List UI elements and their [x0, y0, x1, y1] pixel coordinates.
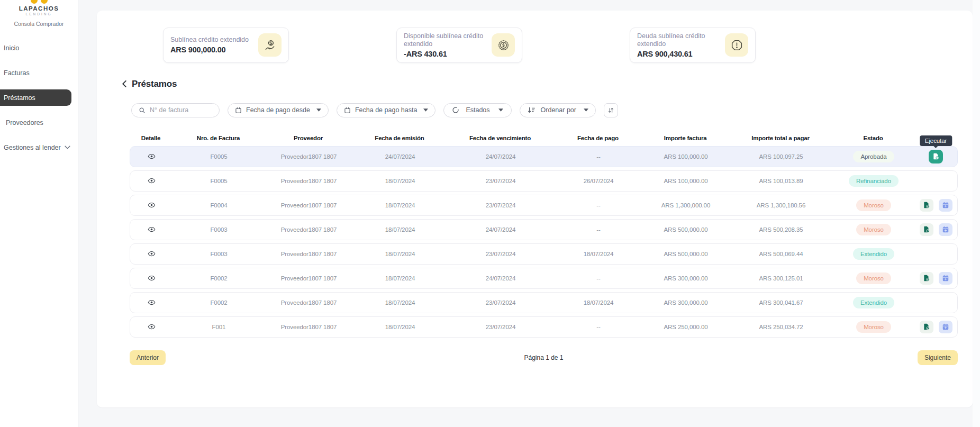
- total-amount-cell: ARS 500,208.35: [728, 226, 834, 233]
- eye-icon: [148, 274, 156, 282]
- invoice-number-cell: F0003: [173, 226, 265, 233]
- invoice-number-cell: F001: [173, 324, 265, 330]
- invoice-search-pill: [131, 103, 220, 117]
- eye-icon: [148, 298, 156, 306]
- card-disponible-sublinea: Disponible sublínea crédito extendido -A…: [396, 28, 522, 63]
- chevron-left-icon[interactable]: [122, 80, 127, 88]
- issue-date-cell: 18/07/2024: [352, 178, 448, 184]
- pagination-bar: Anterior Página 1 de 1 Siguiente: [130, 350, 958, 365]
- column-header: Fecha de emisión: [352, 135, 447, 141]
- sidebar-item-inicio[interactable]: Inicio: [0, 40, 78, 56]
- search-input[interactable]: [150, 106, 212, 114]
- card-deuda-sublinea: Deuda sublínea crédito extendido ARS 900…: [630, 28, 756, 63]
- column-header: Nro. de Factura: [172, 135, 265, 141]
- issue-date-cell: 18/07/2024: [352, 299, 448, 306]
- invoice-number-cell: F0003: [173, 251, 265, 257]
- actions-cell: [913, 199, 958, 212]
- eye-icon: [148, 250, 156, 258]
- sort-by-filter[interactable]: Ordenar por: [520, 103, 596, 117]
- column-header: Fecha de vencimiento: [447, 135, 553, 141]
- states-filter[interactable]: Estados: [443, 103, 511, 117]
- reschedule-payment-button[interactable]: [939, 199, 952, 212]
- card-value: ARS 900,430.61: [637, 50, 724, 58]
- content-card: Sublínea crédito extendido ARS 900,000.0…: [97, 11, 973, 407]
- column-header: Estado: [833, 135, 913, 141]
- total-amount-cell: ARS 1,300,180.56: [728, 202, 834, 208]
- loan-row: F0002Proveedor1807 180718/07/202424/07/2…: [130, 268, 958, 289]
- status-cell: Moroso: [834, 224, 913, 235]
- invoice-amount-cell: ARS 300,000.00: [643, 299, 728, 306]
- provider-cell: Proveedor1807 1807: [265, 299, 352, 306]
- brand-name: LAPACHOS: [0, 5, 78, 12]
- loan-document-button[interactable]: [920, 321, 933, 333]
- scrollbar-gutter[interactable]: [973, 0, 980, 427]
- loan-document-button[interactable]: [920, 223, 933, 236]
- payment-date-cell: 18/07/2024: [553, 299, 643, 306]
- status-cell: Extendido: [834, 248, 913, 260]
- card-value: ARS 900,000.00: [170, 46, 249, 54]
- invoice-amount-cell: ARS 500,000.00: [643, 251, 728, 257]
- status-badge: Moroso: [856, 272, 891, 284]
- status-cell: Aprobada: [834, 151, 913, 162]
- table-body: F0005Proveedor1807 180724/07/202424/07/2…: [130, 146, 958, 338]
- status-badge: Extendido: [853, 248, 894, 260]
- sidebar: LAPACHOS LENDING Consola Comprador Inici…: [0, 0, 78, 427]
- sort-by-label: Ordenar por: [541, 106, 576, 114]
- column-header: Detalle: [130, 135, 172, 141]
- execute-loan-button[interactable]: [929, 150, 943, 163]
- caret-down-icon: [498, 108, 503, 112]
- status-circle-icon: [452, 106, 459, 114]
- next-page-button[interactable]: Siguiente: [918, 350, 958, 365]
- issue-date-cell: 18/07/2024: [352, 226, 448, 233]
- view-details-button[interactable]: [147, 176, 157, 186]
- payment-date-cell: --: [553, 324, 643, 330]
- view-details-button[interactable]: [147, 273, 157, 283]
- page-header: Préstamos: [122, 79, 973, 89]
- date-from-filter[interactable]: Fecha de pago desde: [228, 103, 329, 117]
- date-to-filter[interactable]: Fecha de pago hasta: [337, 103, 435, 117]
- status-badge: Moroso: [856, 321, 891, 333]
- reschedule-payment-button[interactable]: [939, 223, 952, 236]
- view-details-button[interactable]: [147, 297, 157, 307]
- view-details-button[interactable]: [147, 249, 157, 259]
- view-details-button[interactable]: [147, 151, 157, 161]
- provider-cell: Proveedor1807 1807: [265, 324, 352, 330]
- status-cell: Moroso: [834, 272, 913, 284]
- previous-page-button[interactable]: Anterior: [130, 350, 166, 365]
- invoice-number-cell: F0002: [173, 275, 265, 281]
- ejecutar-tooltip: Ejecutar: [920, 135, 952, 146]
- view-details-button[interactable]: [147, 322, 157, 332]
- card-title: Sublínea crédito extendido: [170, 36, 249, 44]
- view-details-button[interactable]: [147, 224, 157, 234]
- reschedule-payment-button[interactable]: [939, 321, 952, 333]
- payment-date-cell: --: [553, 226, 643, 233]
- provider-cell: Proveedor1807 1807: [265, 226, 352, 233]
- sidebar-item-facturas[interactable]: Facturas: [0, 65, 78, 81]
- loan-document-button[interactable]: [920, 199, 933, 212]
- payment-date-cell: --: [553, 153, 643, 160]
- file-check-icon: [923, 201, 930, 209]
- invoice-number-cell: F0004: [173, 202, 265, 208]
- provider-cell: Proveedor1807 1807: [265, 178, 352, 184]
- sort-direction-button[interactable]: [604, 103, 618, 117]
- caret-down-icon: [584, 108, 588, 112]
- loan-row: F0004Proveedor1807 180718/07/202423/07/2…: [130, 195, 958, 216]
- view-details-button[interactable]: [147, 200, 157, 210]
- sidebar-item-proveedores[interactable]: Proveedores: [0, 114, 78, 131]
- loan-document-button[interactable]: [920, 272, 933, 285]
- actions-cell: Ejecutar: [913, 150, 958, 163]
- issue-date-cell: 18/07/2024: [352, 324, 448, 330]
- sidebar-item-prestamos[interactable]: Préstamos: [0, 89, 71, 106]
- column-header: Proveedor: [265, 135, 352, 141]
- file-check-icon: [923, 225, 930, 233]
- due-date-cell: 23/07/2024: [448, 251, 553, 257]
- sidebar-item-gestiones[interactable]: Gestiones al lender: [0, 139, 78, 156]
- reschedule-payment-button[interactable]: [939, 272, 952, 285]
- calendar-plus-icon: [942, 275, 949, 282]
- file-check-icon: [932, 152, 940, 160]
- total-amount-cell: ARS 300,041.67: [728, 299, 834, 306]
- invoice-amount-cell: ARS 1,300,000.00: [643, 202, 728, 208]
- invoice-amount-cell: ARS 250,000.00: [643, 324, 728, 330]
- payment-date-cell: 26/07/2024: [553, 178, 643, 184]
- due-date-cell: 24/07/2024: [448, 275, 553, 281]
